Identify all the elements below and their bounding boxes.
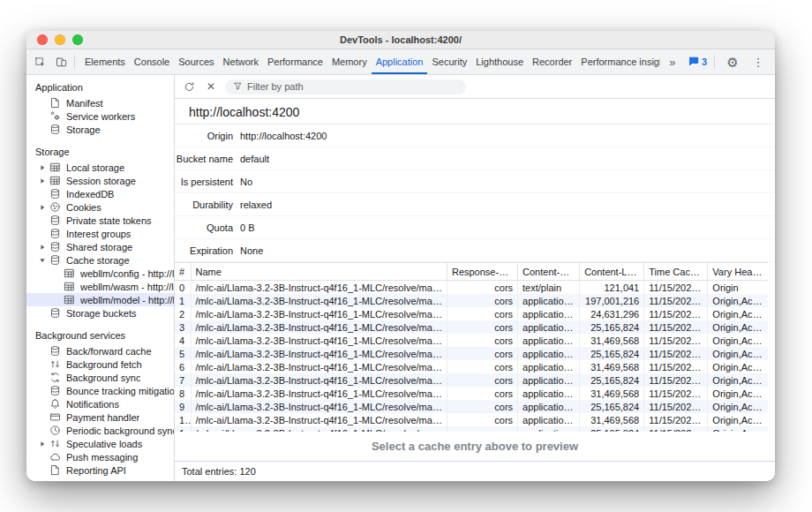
close-window-button[interactable] xyxy=(37,34,48,45)
tab-application[interactable]: Application xyxy=(372,49,428,74)
sidebar-item-manifest[interactable]: Manifest xyxy=(26,96,174,109)
table-row[interactable]: 8/mlc-ai/Llama-3.2-3B-Instruct-q4f16_1-M… xyxy=(175,387,768,400)
chevron-right-icon[interactable] xyxy=(37,244,48,251)
tab-memory[interactable]: Memory xyxy=(327,49,372,74)
tab-elements[interactable]: Elements xyxy=(80,49,130,74)
cell: cors xyxy=(447,320,517,334)
table-icon xyxy=(62,281,76,292)
table-row[interactable]: 0/mlc-ai/Llama-3.2-3B-Instruct-q4f16_1-M… xyxy=(175,281,768,295)
tab-performance-insights[interactable]: Performance insights xyxy=(576,49,660,74)
chevron-right-icon[interactable] xyxy=(37,164,48,171)
column-header-name[interactable]: Name xyxy=(191,263,447,281)
table-row[interactable]: 2/mlc-ai/Llama-3.2-3B-Instruct-q4f16_1-M… xyxy=(175,307,768,320)
cell: Origin,Access… xyxy=(708,413,768,426)
tab-label: Performance xyxy=(267,56,323,67)
column-header-time-cached[interactable]: Time Cached xyxy=(644,263,708,281)
sidebar-item-periodic-background-sync[interactable]: Periodic background sync xyxy=(26,424,174,437)
tab-label: Lighthouse xyxy=(476,56,523,67)
sidebar-item-storage-buckets[interactable]: Storage buckets xyxy=(26,306,174,320)
table-row[interactable]: 6/mlc-ai/Llama-3.2-3B-Instruct-q4f16_1-M… xyxy=(175,360,768,373)
tab-console[interactable]: Console xyxy=(130,49,174,74)
sidebar-item-interest-groups[interactable]: Interest groups xyxy=(26,227,174,240)
tab-performance[interactable]: Performance xyxy=(263,49,327,74)
sidebar-item-background-fetch[interactable]: Background fetch xyxy=(26,358,174,371)
sidebar-item-background-sync[interactable]: Background sync xyxy=(26,371,174,384)
meta-value: No xyxy=(240,177,252,187)
service-workers-icon xyxy=(48,110,62,122)
column-header-response-type[interactable]: Response-Type xyxy=(447,263,517,281)
column-header-content-length[interactable]: Content-Length xyxy=(580,263,644,281)
tab-recorder[interactable]: Recorder xyxy=(528,49,576,74)
chevron-right-icon[interactable] xyxy=(37,177,48,184)
inspect-icon[interactable] xyxy=(29,52,50,72)
cell: 31,469,568 xyxy=(580,387,644,400)
cell: /mlc-ai/Llama-3.2-3B-Instruct-q4f16_1-ML… xyxy=(191,413,447,426)
chevron-right-icon[interactable] xyxy=(37,440,48,448)
sidebar-item-push-messaging[interactable]: Push messaging xyxy=(26,450,174,463)
section-title: Background services xyxy=(26,327,174,344)
sidebar-item-bounce-tracking-mitigations[interactable]: Bounce tracking mitigations xyxy=(26,384,174,397)
meta-label: Expiration xyxy=(175,245,233,256)
zoom-window-button[interactable] xyxy=(72,34,83,45)
sidebar-item-webllm-config-http-loc[interactable]: webllm/config - http://loc… xyxy=(26,267,174,280)
filter-box[interactable] xyxy=(225,79,466,94)
sidebar-item-webllm-wasm-http-loca[interactable]: webllm/wasm - http://loca… xyxy=(26,280,174,293)
tab-network[interactable]: Network xyxy=(219,49,263,74)
chevron-right-icon[interactable] xyxy=(37,204,48,211)
sidebar-item-cache-storage[interactable]: Cache storage xyxy=(26,253,174,267)
cell: 7 xyxy=(175,373,191,387)
table-row[interactable]: 5/mlc-ai/Llama-3.2-3B-Instruct-q4f16_1-M… xyxy=(175,347,768,360)
tab-sources[interactable]: Sources xyxy=(174,49,218,74)
cell: Origin,Access… xyxy=(708,373,768,387)
refresh-icon[interactable] xyxy=(181,79,197,94)
tab-label: Sources xyxy=(178,56,214,67)
meta-label: Origin xyxy=(175,131,233,141)
sidebar-item-webllm-model-http-loc[interactable]: webllm/model - http://loc… xyxy=(26,293,174,306)
sidebar-item-reporting-api[interactable]: Reporting API xyxy=(26,463,174,477)
cell: 197,001,216 xyxy=(580,294,644,307)
cell: 3 xyxy=(175,320,191,334)
database-icon xyxy=(48,345,62,357)
filter-input[interactable] xyxy=(247,81,458,92)
table-row[interactable]: 7/mlc-ai/Llama-3.2-3B-Instruct-q4f16_1-M… xyxy=(175,373,768,387)
sidebar-item-notifications[interactable]: Notifications xyxy=(26,397,174,410)
cell: cors xyxy=(447,360,517,373)
sidebar-item-speculative-loads[interactable]: Speculative loads xyxy=(26,437,174,450)
column-header-content-type[interactable]: Content-Type xyxy=(518,263,580,281)
column-header-vary-header[interactable]: Vary Header xyxy=(708,263,768,281)
database-icon xyxy=(48,124,62,135)
chevron-down-icon[interactable] xyxy=(37,257,48,264)
database-icon xyxy=(48,385,62,396)
cache-entries-table: #NameResponse-TypeContent-TypeContent-Le… xyxy=(175,262,768,432)
minimize-window-button[interactable] xyxy=(55,34,65,45)
settings-gear-icon[interactable]: ⚙ xyxy=(722,52,743,72)
table-row[interactable]: 9/mlc-ai/Llama-3.2-3B-Instruct-q4f16_1-M… xyxy=(175,400,768,413)
tab-security[interactable]: Security xyxy=(427,49,471,74)
column-header-index[interactable]: # xyxy=(175,263,191,281)
database-icon xyxy=(48,215,62,226)
tab-label: Performance insights xyxy=(581,56,660,67)
sidebar-item-local-storage[interactable]: Local storage xyxy=(26,161,174,174)
sidebar-item-cookies[interactable]: Cookies xyxy=(26,200,174,214)
sidebar-item-session-storage[interactable]: Session storage xyxy=(26,174,174,187)
console-messages-badge[interactable]: 3 xyxy=(688,56,707,69)
device-toolbar-icon[interactable] xyxy=(50,52,71,72)
clear-icon[interactable]: ✕ xyxy=(203,79,219,94)
sidebar-item-payment-handler[interactable]: Payment handler xyxy=(26,410,174,424)
kebab-menu-icon[interactable]: ⋮ xyxy=(748,52,769,72)
cache-storage-panel: ✕ http://localhost:4200 Originhttp://loc… xyxy=(175,75,775,481)
sidebar-item-back-forward-cache[interactable]: Back/forward cache xyxy=(26,344,174,358)
sidebar-item-label: Session storage xyxy=(66,176,136,186)
sidebar-item-service-workers[interactable]: Service workers xyxy=(26,109,174,123)
table-row[interactable]: 1/mlc-ai/Llama-3.2-3B-Instruct-q4f16_1-M… xyxy=(175,294,768,307)
table-row[interactable]: 3/mlc-ai/Llama-3.2-3B-Instruct-q4f16_1-M… xyxy=(175,320,768,334)
table-row[interactable]: 4/mlc-ai/Llama-3.2-3B-Instruct-q4f16_1-M… xyxy=(175,334,768,347)
sidebar-item-indexeddb[interactable]: IndexedDB xyxy=(26,187,174,200)
tab-lighthouse[interactable]: Lighthouse xyxy=(471,49,528,74)
sidebar-item-storage[interactable]: Storage xyxy=(26,123,174,136)
total-entries: Total entries: 120 xyxy=(182,466,256,477)
table-row[interactable]: 10/mlc-ai/Llama-3.2-3B-Instruct-q4f16_1-… xyxy=(175,413,768,426)
sidebar-item-shared-storage[interactable]: Shared storage xyxy=(26,240,174,253)
more-tabs-icon[interactable]: » xyxy=(662,52,683,72)
sidebar-item-private-state-tokens[interactable]: Private state tokens xyxy=(26,214,174,227)
